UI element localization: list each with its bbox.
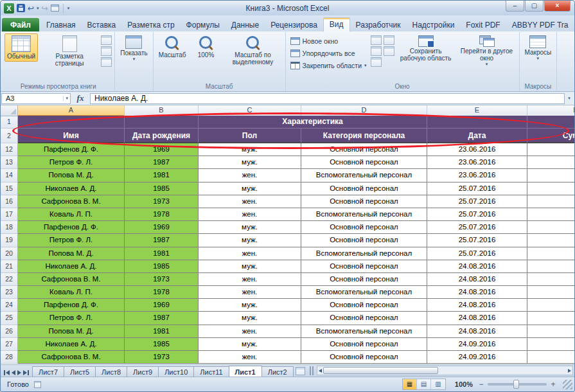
row-header-1[interactable]: 1 — [1, 116, 18, 129]
row-header-17[interactable]: 17 — [1, 208, 18, 221]
cell-year[interactable]: 1978 — [125, 286, 199, 299]
cell-name[interactable]: Петров Ф. Л. — [18, 312, 125, 325]
cell-gender[interactable]: муж. — [199, 312, 301, 325]
name-box-dropdown-icon[interactable]: ▾ — [63, 96, 70, 101]
zoom-slider[interactable] — [488, 383, 547, 386]
cell-sum[interactable] — [527, 183, 574, 195]
column-header-D[interactable]: D — [301, 105, 427, 116]
cell-date[interactable]: 24.09.2016 — [427, 338, 527, 351]
split-icon[interactable] — [371, 35, 382, 45]
cell-year[interactable]: 1973 — [125, 195, 199, 208]
name-box[interactable]: A3 ▾ — [1, 93, 71, 104]
cell-year[interactable]: 1969 — [125, 221, 199, 234]
cell-year[interactable]: 1978 — [125, 208, 199, 221]
cell-date[interactable]: 23.06.2016 — [427, 143, 527, 156]
column-header-F[interactable]: F — [527, 105, 574, 116]
cell-date[interactable]: 24.08.2016 — [427, 286, 527, 299]
cell-year[interactable]: 1981 — [125, 325, 199, 338]
cell-year[interactable]: 1973 — [125, 273, 199, 286]
macro-record-icon[interactable] — [34, 381, 41, 388]
cell-category[interactable]: Вспомогательный персонал — [301, 208, 427, 221]
save-workspace-button[interactable]: Сохранить рабочую область — [396, 33, 456, 64]
scrollbar-thumb[interactable] — [323, 367, 438, 374]
cell-characteristic-merged[interactable]: Характеристика — [199, 116, 427, 129]
cell-sum[interactable] — [527, 234, 574, 247]
cell-name[interactable]: Сафронова В. М. — [18, 273, 125, 286]
zoom-button[interactable]: Масштаб — [156, 33, 189, 60]
save-icon[interactable] — [17, 4, 25, 12]
row-header-20[interactable]: 20 — [1, 247, 18, 260]
page-layout-shortcut[interactable]: ▤ — [417, 379, 431, 389]
row-header-12[interactable]: 12 — [1, 143, 18, 156]
cell-year[interactable]: 1987 — [125, 156, 199, 169]
next-sheet-button[interactable] — [17, 370, 21, 375]
scroll-left-icon[interactable] — [319, 369, 322, 373]
cell-year[interactable]: 1981 — [125, 247, 199, 260]
sheet-tab-Лист8[interactable]: Лист8 — [95, 366, 127, 377]
cell-name[interactable]: Парфенов Д. Ф. — [18, 221, 125, 234]
cell-f1[interactable] — [527, 116, 574, 129]
close-button[interactable]: × — [544, 1, 571, 12]
synchronous-scrolling-icon[interactable] — [384, 46, 394, 56]
unhide-window-icon[interactable] — [371, 57, 382, 67]
cell-category[interactable]: Основной персонал — [301, 338, 427, 351]
cell-sum[interactable] — [527, 169, 574, 182]
cell-category[interactable]: Вспомогательный персонал — [301, 247, 427, 260]
cell-gender[interactable]: жен. — [199, 286, 301, 299]
row-header-16[interactable]: 16 — [1, 195, 18, 208]
custom-views-icon[interactable] — [101, 46, 112, 56]
cell-gender[interactable]: жен. — [199, 208, 301, 221]
expand-formula-bar-icon[interactable]: ▾ — [565, 96, 574, 101]
cell-name[interactable]: Попова М. Д. — [18, 325, 125, 338]
cell-gender[interactable]: жен. — [199, 325, 301, 338]
column-header-C[interactable]: C — [199, 105, 301, 116]
cell-date[interactable]: 25.07.2016 — [427, 247, 527, 260]
cell-sum[interactable] — [527, 286, 574, 299]
cell-year[interactable]: 1985 — [125, 260, 199, 273]
cell-category[interactable]: Основной персонал — [301, 183, 427, 195]
cell-name[interactable]: Коваль Л. П. — [18, 286, 125, 299]
cell-year[interactable]: 1985 — [125, 183, 199, 195]
hide-window-icon[interactable] — [371, 46, 382, 56]
column-header-E[interactable]: E — [427, 105, 527, 116]
row-header-14[interactable]: 14 — [1, 169, 18, 182]
cell-gender[interactable]: муж. — [199, 338, 301, 351]
select-all-button[interactable] — [1, 105, 18, 116]
cell-year[interactable]: 1969 — [125, 299, 199, 312]
cell-date[interactable]: 25.07.2016 — [427, 195, 527, 208]
cell-sum[interactable] — [527, 260, 574, 273]
first-sheet-button[interactable] — [4, 370, 10, 375]
cell-name[interactable]: Сафронова В. М. — [18, 351, 125, 364]
cell-name[interactable]: Сафронова В. М. — [18, 195, 125, 208]
restore-button[interactable]: ▢ — [525, 1, 544, 12]
cell-date[interactable]: 23.06.2016 — [427, 169, 527, 182]
cell-year[interactable]: 1969 — [125, 143, 199, 156]
row-header-23[interactable]: 23 — [1, 286, 18, 299]
cell-sum[interactable] — [527, 143, 574, 156]
cell-category[interactable]: Вспомогательный персонал — [301, 325, 427, 338]
sheet-tab-Лист2[interactable]: Лист2 — [261, 366, 294, 377]
sheet-tab-Лист9[interactable]: Лист9 — [127, 366, 159, 377]
minimize-button[interactable]: – — [506, 1, 524, 12]
cell-gender[interactable]: жен. — [199, 247, 301, 260]
ribbon-tab-Разметка стр[interactable]: Разметка стр — [121, 18, 180, 31]
column-header-B[interactable]: B — [125, 105, 199, 116]
cell-gender[interactable]: муж. — [199, 143, 301, 156]
zoom-level[interactable]: 100% — [451, 380, 477, 388]
page-break-preview-icon[interactable] — [101, 35, 112, 45]
cell-name[interactable]: Коваль Л. П. — [18, 208, 125, 221]
cell-category[interactable]: Основной персонал — [301, 299, 427, 312]
cell-sum[interactable] — [527, 247, 574, 260]
horizontal-scrollbar[interactable] — [317, 366, 573, 375]
row-header-18[interactable]: 18 — [1, 221, 18, 234]
row-header-13[interactable]: 13 — [1, 156, 18, 169]
cell-date[interactable]: 25.07.2016 — [427, 208, 527, 221]
cell-category[interactable]: Основной персонал — [301, 260, 427, 273]
row-header-24[interactable]: 24 — [1, 299, 18, 312]
cell-gender[interactable]: жен. — [199, 195, 301, 208]
ribbon-tab-Foxit PDF[interactable]: Foxit PDF — [460, 18, 506, 31]
cell-header-date[interactable]: Дата — [427, 129, 527, 143]
sheet-tab-Лист10[interactable]: Лист10 — [158, 366, 194, 377]
cell-category[interactable]: Вспомогательный персонал — [301, 169, 427, 182]
cell-header-name[interactable]: Имя — [18, 129, 125, 143]
